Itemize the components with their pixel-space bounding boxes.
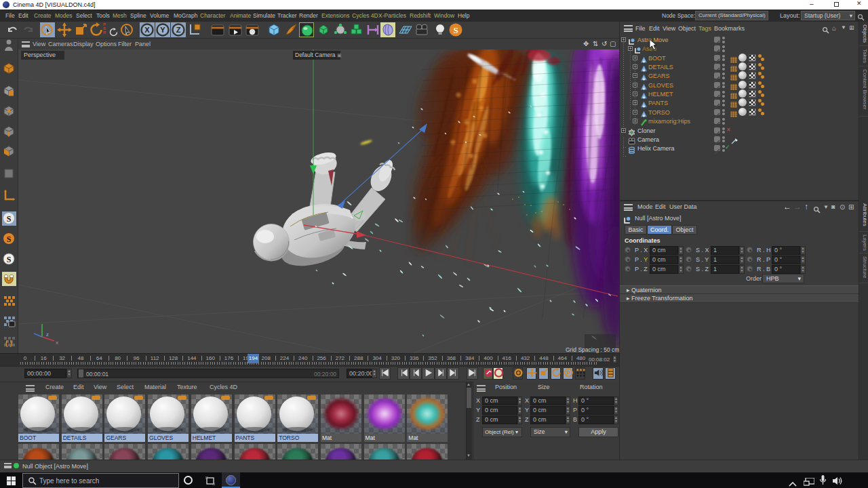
svg-text:( ): ( ) bbox=[5, 339, 13, 347]
svg-text:X: X bbox=[144, 26, 150, 34]
svg-text:S: S bbox=[453, 25, 458, 35]
svg-text:S: S bbox=[7, 235, 12, 244]
svg-text:P: P bbox=[567, 369, 571, 376]
svg-text:S: S bbox=[7, 214, 12, 224]
svg-text:Y: Y bbox=[160, 26, 165, 34]
svg-text:z: z bbox=[46, 331, 49, 338]
svg-text:Z: Z bbox=[176, 26, 181, 34]
svg-text:x: x bbox=[56, 340, 58, 346]
svg-text:S: S bbox=[7, 255, 12, 264]
